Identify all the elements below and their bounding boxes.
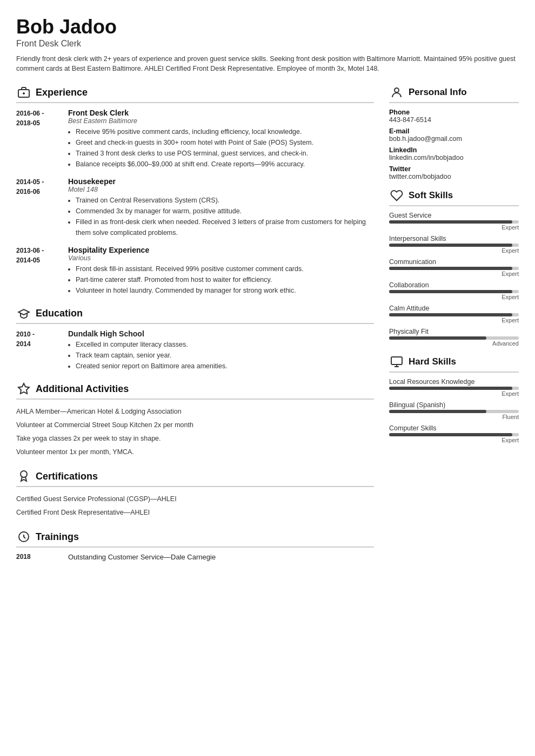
certifications-icon	[16, 469, 31, 484]
cert-item: Certified Front Desk Representative—AHLE…	[16, 506, 374, 519]
candidate-title: Front Desk Clerk	[16, 39, 519, 49]
training-item: 2018 Outstanding Customer Service—Dale C…	[16, 553, 374, 561]
exp-bullets: Receive 95% positive comment cards, incl…	[68, 126, 374, 170]
exp-dates: 2013-06 -2014-05	[16, 246, 59, 296]
skill-name: Collaboration	[389, 281, 519, 289]
cert-item: Certified Guest Service Professional (CG…	[16, 492, 374, 506]
twitter-row: Twitter twitter.com/bobjadoo	[389, 165, 519, 180]
skill-level: Expert	[389, 390, 519, 397]
bullet: Trained 3 front desk clerks to use POS t…	[76, 148, 374, 159]
edu-school-title: Dundalk High School	[68, 329, 374, 338]
skill-item: Computer Skills Expert	[389, 424, 519, 443]
skill-bar-fill	[389, 387, 512, 390]
experience-icon	[16, 85, 31, 100]
skill-bar-fill	[389, 244, 512, 247]
skill-level: Expert	[389, 294, 519, 300]
skill-name: Computer Skills	[389, 424, 519, 432]
bullet: Trained on Central Reservations System (…	[76, 195, 374, 206]
skill-bar-bg	[389, 220, 519, 224]
bullet: Commended 3x by manager for warm, positi…	[76, 206, 374, 217]
exp-company: Various	[68, 254, 374, 262]
experience-section: Experience 2016-06 -2018-05 Front Desk C…	[16, 85, 374, 296]
exp-job-title: Housekeeper	[68, 177, 374, 186]
experience-title: Experience	[16, 85, 374, 103]
bullet: Filled in as front-desk clerk when neede…	[76, 217, 374, 238]
skill-bar-fill	[389, 433, 512, 436]
bullet: Part-time caterer staff. Promoted from h…	[76, 274, 374, 285]
candidate-name: Bob Jadoo	[16, 16, 519, 38]
hard-skills-items: Local Resources Knowledge Expert Bilingu…	[389, 378, 519, 443]
activities-title: Additional Activities	[16, 381, 374, 400]
activities-section: Additional Activities AHLA Member—Americ…	[16, 381, 374, 459]
email-row: E-mail bob.h.jadoo@gmail.com	[389, 127, 519, 143]
education-section: Education 2010 -2014 Dundalk High School…	[16, 306, 374, 372]
skill-level: Advanced	[389, 340, 519, 347]
personal-info-section: Personal Info Phone 443-847-6514 E-mail …	[389, 85, 519, 180]
personal-info-title: Personal Info	[389, 85, 519, 103]
svg-marker-3	[18, 383, 29, 394]
trainings-title: Trainings	[16, 529, 374, 548]
skill-item: Communication Expert	[389, 258, 519, 277]
skill-bar-fill	[389, 267, 512, 270]
education-item: 2010 -2014 Dundalk High School Excelled …	[16, 329, 374, 372]
resume-page: Bob Jadoo Front Desk Clerk Friendly fron…	[0, 0, 535, 756]
certifications-section: Certifications Certified Guest Service P…	[16, 469, 374, 519]
soft-skills-items: Guest Service Expert Interpersonal Skill…	[389, 212, 519, 347]
edu-bullets: Excelled in computer literacy classes.Tr…	[68, 339, 374, 372]
skill-bar-fill	[389, 410, 486, 413]
activity-item: AHLA Member—American Hotel & Lodging Ass…	[16, 405, 374, 418]
linkedin-row: LinkedIn linkedin.com/in/bobjadoo	[389, 146, 519, 161]
hard-skills-icon	[389, 354, 404, 369]
edu-bullet: Created senior report on Baltimore area …	[76, 361, 374, 372]
soft-skills-title: Soft Skills	[389, 188, 519, 206]
skill-level: Expert	[389, 271, 519, 277]
activity-item: Volunteer mentor 1x per month, YMCA.	[16, 446, 374, 459]
trainings-items: 2018 Outstanding Customer Service—Dale C…	[16, 553, 374, 561]
trainings-section: Trainings 2018 Outstanding Customer Serv…	[16, 529, 374, 561]
bullet: Greet and check-in guests in 300+ room h…	[76, 137, 374, 148]
exp-job-title: Front Desk Clerk	[68, 109, 374, 117]
hard-skills-title: Hard Skills	[389, 354, 519, 373]
exp-content: Housekeeper Motel 148 Trained on Central…	[68, 177, 374, 238]
bullet: Receive 95% positive comment cards, incl…	[76, 126, 374, 137]
edu-dates: 2010 -2014	[16, 329, 59, 372]
skill-bar-bg	[389, 267, 519, 270]
exp-dates: 2014-05 -2016-06	[16, 177, 59, 238]
svg-rect-7	[391, 357, 402, 364]
edu-bullet: Track team captain, senior year.	[76, 350, 374, 361]
education-title: Education	[16, 306, 374, 324]
bullet: Volunteer in hotel laundry. Commended by…	[76, 285, 374, 296]
skill-bar-bg	[389, 433, 519, 436]
bullet: Front desk fill-in assistant. Received 9…	[76, 264, 374, 274]
training-date: 2018	[16, 553, 59, 561]
exp-content: Front Desk Clerk Best Eastern Baltimore …	[68, 109, 374, 170]
skill-level: Expert	[389, 247, 519, 254]
soft-skills-icon	[389, 188, 404, 203]
skill-bar-bg	[389, 410, 519, 413]
hard-skills-section: Hard Skills Local Resources Knowledge Ex…	[389, 354, 519, 443]
skill-name: Communication	[389, 258, 519, 266]
exp-bullets: Front desk fill-in assistant. Received 9…	[68, 264, 374, 296]
svg-point-4	[21, 471, 27, 477]
soft-skills-section: Soft Skills Guest Service Expert Interpe…	[389, 188, 519, 347]
certifications-list: Certified Guest Service Professional (CG…	[16, 492, 374, 519]
skill-item: Collaboration Expert	[389, 281, 519, 300]
header-section: Bob Jadoo Front Desk Clerk Friendly fron…	[16, 16, 519, 74]
edu-content: Dundalk High School Excelled in computer…	[68, 329, 374, 372]
skill-name: Calm Attitude	[389, 305, 519, 312]
skill-level: Expert	[389, 317, 519, 323]
skill-item: Bilingual (Spanish) Fluent	[389, 401, 519, 420]
certifications-title: Certifications	[16, 469, 374, 487]
education-items: 2010 -2014 Dundalk High School Excelled …	[16, 329, 374, 372]
main-layout: Experience 2016-06 -2018-05 Front Desk C…	[16, 85, 519, 571]
skill-bar-bg	[389, 313, 519, 316]
experience-item: 2014-05 -2016-06 Housekeeper Motel 148 T…	[16, 177, 374, 238]
skill-bar-fill	[389, 290, 512, 293]
bullet: Balance receipts $6,000–$9,000 at shift …	[76, 159, 374, 170]
skill-bar-bg	[389, 336, 519, 340]
trainings-icon	[16, 529, 31, 544]
skill-name: Physically Fit	[389, 328, 519, 335]
skill-bar-bg	[389, 244, 519, 247]
exp-content: Hospitality Experience Various Front des…	[68, 246, 374, 296]
skill-name: Local Resources Knowledge	[389, 378, 519, 386]
